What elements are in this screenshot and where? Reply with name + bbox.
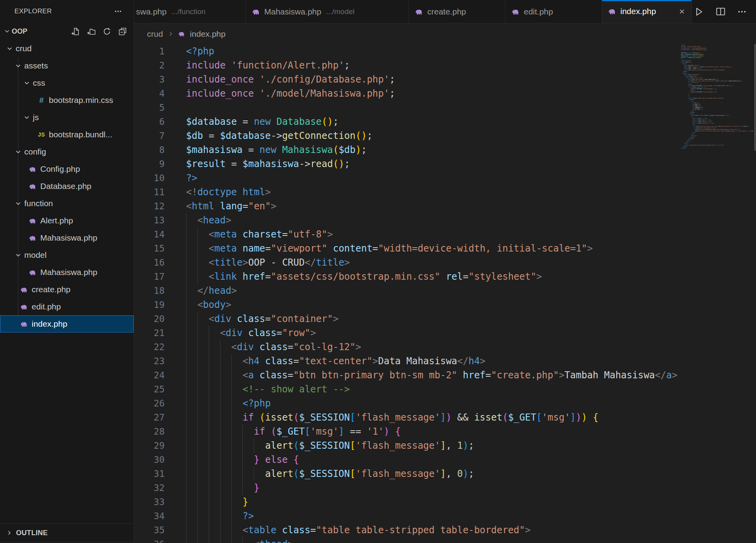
code-line-11[interactable]: 11<!doctype html> bbox=[134, 185, 756, 199]
line-number: 19 bbox=[134, 298, 165, 312]
code-line-12[interactable]: 12<html lang="en"> bbox=[134, 199, 756, 213]
indent-guide bbox=[197, 410, 209, 424]
tree-folder-function[interactable]: function bbox=[0, 195, 134, 212]
tree-folder-crud[interactable]: crud bbox=[0, 40, 134, 57]
code-line-25[interactable]: 25 <!-- show alert --> bbox=[134, 382, 756, 396]
tab-label: edit.php bbox=[524, 7, 553, 16]
code-line-27[interactable]: 27 if (isset($_SESSION['flash_message'])… bbox=[134, 410, 756, 424]
code-editor[interactable]: 1<?php2include 'function/Alert.php';3inc… bbox=[134, 44, 756, 543]
code-line-30[interactable]: 30 } else { bbox=[134, 453, 756, 467]
code-line-5[interactable]: 5 bbox=[134, 101, 756, 115]
code-line-24[interactable]: 24 <a class="btn btn-primary btn-sm mb-2… bbox=[134, 368, 756, 382]
more-actions-icon[interactable] bbox=[114, 7, 122, 15]
tree-file-bootstrap-bundl[interactable]: JS bootstrap.bundl... bbox=[0, 126, 134, 143]
scrollbar-thumb[interactable] bbox=[754, 44, 756, 151]
code-line-2[interactable]: 2include 'function/Alert.php'; bbox=[134, 58, 756, 72]
indent-guide bbox=[242, 439, 254, 453]
code-line-4[interactable]: 4include_once './model/Mahasiswa.php'; bbox=[134, 86, 756, 101]
refresh-icon[interactable] bbox=[103, 27, 111, 36]
code-line-36[interactable]: 36 <thead> bbox=[134, 537, 756, 543]
code-line-1[interactable]: 1<?php bbox=[134, 44, 756, 58]
tree-file-mahasiswa-php[interactable]: Mahasiswa.php bbox=[0, 264, 134, 281]
php-icon bbox=[178, 30, 186, 38]
code-line-22[interactable]: 22 <div class="col-lg-12"> bbox=[134, 340, 756, 354]
indent-guide bbox=[186, 424, 197, 439]
line-number: 30 bbox=[134, 453, 165, 467]
line-number: 15 bbox=[134, 241, 165, 255]
tree-folder-js[interactable]: js bbox=[0, 109, 134, 126]
code-line-18[interactable]: 18 </head> bbox=[134, 284, 756, 298]
folder-name: function bbox=[24, 199, 53, 208]
tree-folder-model[interactable]: model bbox=[0, 246, 134, 264]
code-line-28[interactable]: 28 if ($_GET['msg'] == '1') { bbox=[134, 424, 756, 439]
code-line-26[interactable]: 26 <?php bbox=[134, 396, 756, 410]
code-line-17[interactable]: 17 <link href="assets/css/bootstrap.min.… bbox=[134, 270, 756, 284]
tab-swa-php[interactable]: swa.php .../function bbox=[134, 0, 246, 23]
indent-guide bbox=[220, 382, 231, 396]
tree-file-create-php[interactable]: create.php bbox=[0, 281, 134, 298]
indent-guide bbox=[197, 270, 209, 284]
workspace-section-header[interactable]: OOP bbox=[0, 23, 134, 40]
tab-mahasiswa-php[interactable]: Mahasiswa.php .../model bbox=[246, 0, 409, 23]
breadcrumb-folder[interactable]: crud bbox=[147, 29, 163, 39]
code-line-6[interactable]: 6$database = new Database(); bbox=[134, 115, 756, 129]
code-line-23[interactable]: 23 <h4 class="text-center">Data Mahasisw… bbox=[134, 354, 756, 368]
file-name: create.php bbox=[32, 285, 70, 294]
code-line-34[interactable]: 34 ?> bbox=[134, 509, 756, 523]
tree-file-database-php[interactable]: Database.php bbox=[0, 178, 134, 195]
indent-guide bbox=[197, 227, 209, 241]
new-folder-icon[interactable] bbox=[87, 27, 95, 36]
tree-file-mahasiswa-php[interactable]: Mahasiswa.php bbox=[0, 229, 134, 246]
code-line-15[interactable]: 15 <meta name="viewport" content="width=… bbox=[134, 241, 756, 255]
indent-guide bbox=[197, 424, 209, 439]
tree-file-edit-php[interactable]: edit.php bbox=[0, 298, 134, 315]
code-line-21[interactable]: 21 <div class="row"> bbox=[134, 326, 756, 340]
code-line-8[interactable]: 8$mahasiswa = new Mahasiswa($db); bbox=[134, 143, 756, 157]
code-line-14[interactable]: 14 <meta charset="utf-8"> bbox=[134, 227, 756, 241]
tree-file-bootstrap-min-css[interactable]: # bootstrap.min.css bbox=[0, 92, 134, 109]
new-file-icon[interactable] bbox=[72, 27, 80, 36]
outline-section-header[interactable]: OUTLINE bbox=[0, 523, 134, 542]
code-line-29[interactable]: 29 alert($_SESSION['flash_message'], 1); bbox=[134, 439, 756, 453]
run-icon[interactable] bbox=[694, 7, 704, 17]
code-line-13[interactable]: 13 <head> bbox=[134, 213, 756, 227]
code-line-33[interactable]: 33 } bbox=[134, 495, 756, 509]
line-number: 36 bbox=[134, 537, 165, 543]
folder-name: css bbox=[33, 78, 45, 88]
tree-folder-assets[interactable]: assets bbox=[0, 57, 134, 74]
code-line-16[interactable]: 16 <title>OOP - CRUD</title> bbox=[134, 255, 756, 270]
explorer-header: EXPLORER bbox=[0, 0, 134, 23]
code-line-19[interactable]: 19 <body> bbox=[134, 298, 756, 312]
code-line-9[interactable]: 9$result = $mahasiswa->read(); bbox=[134, 157, 756, 171]
chevron-right-icon bbox=[167, 31, 174, 37]
chevron-down-icon bbox=[15, 200, 21, 207]
line-number: 13 bbox=[134, 213, 165, 227]
tree-file-index-php[interactable]: index.php bbox=[0, 315, 134, 333]
breadcrumb-file[interactable]: index.php bbox=[190, 29, 226, 39]
indent-guide bbox=[197, 509, 209, 523]
split-editor-icon[interactable] bbox=[716, 7, 726, 16]
indent-guide bbox=[220, 453, 231, 467]
code-line-31[interactable]: 31 alert($_SESSION['flash_message'], 0); bbox=[134, 467, 756, 481]
code-line-10[interactable]: 10?> bbox=[134, 171, 756, 185]
tree-file-alert-php[interactable]: Alert.php bbox=[0, 212, 134, 229]
close-icon[interactable] bbox=[679, 8, 685, 15]
more-icon[interactable] bbox=[737, 7, 747, 16]
minimap[interactable]: <?phpinclude 'function/Alert.php';includ… bbox=[681, 44, 753, 541]
chevron-down-icon bbox=[15, 63, 21, 69]
code-line-3[interactable]: 3include_once './config/Database.php'; bbox=[134, 72, 756, 86]
tab-edit-php[interactable]: edit.php bbox=[505, 0, 602, 23]
code-line-35[interactable]: 35 <table class="table table-stripped ta… bbox=[134, 523, 756, 537]
chevron-down-icon bbox=[15, 149, 21, 155]
tab-create-php[interactable]: create.php bbox=[409, 0, 505, 23]
tree-folder-config[interactable]: config bbox=[0, 143, 134, 160]
tree-file-config-php[interactable]: Config.php bbox=[0, 160, 134, 178]
line-number: 34 bbox=[134, 509, 165, 523]
code-line-32[interactable]: 32 } bbox=[134, 481, 756, 495]
code-line-20[interactable]: 20 <div class="container"> bbox=[134, 312, 756, 326]
code-line-7[interactable]: 7$db = $database->getConnection(); bbox=[134, 129, 756, 143]
php-icon bbox=[20, 303, 29, 311]
collapse-all-icon[interactable] bbox=[118, 27, 127, 36]
tab-index-php[interactable]: index.php bbox=[602, 0, 692, 23]
tree-folder-css[interactable]: css bbox=[0, 74, 134, 92]
